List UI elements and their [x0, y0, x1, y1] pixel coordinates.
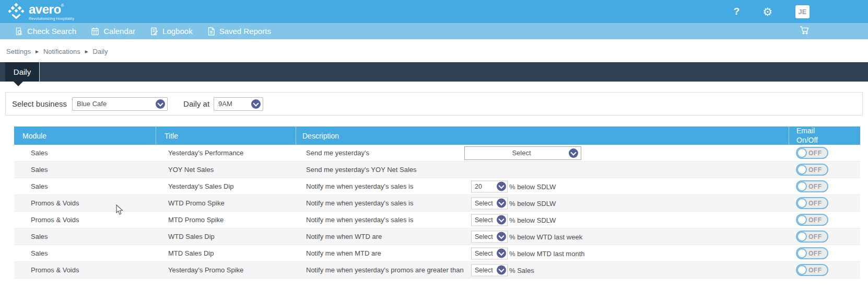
- description-text: Notify me when yesterday's sales is: [306, 199, 414, 207]
- logbook-icon: [150, 27, 158, 36]
- chevron-down-icon: [497, 199, 506, 208]
- chevron-down-icon: [156, 99, 165, 109]
- percent-select[interactable]: 20: [471, 180, 508, 192]
- description-cell: Notify me when yesterday's promos are gr…: [296, 262, 789, 278]
- percent-select-value: 20: [472, 183, 497, 190]
- nav-item-label: Calendar: [103, 27, 135, 36]
- toggle-knob: [797, 148, 807, 158]
- description-text: Send me yesterday's: [306, 149, 369, 157]
- module-cell: Promos & Voids: [14, 195, 156, 211]
- title-cell: WTD Sales Dip: [156, 228, 296, 245]
- column-header-title: Title: [156, 126, 296, 145]
- value-select[interactable]: Select: [464, 146, 581, 160]
- saved-reports-icon: [207, 27, 215, 36]
- tab-daily[interactable]: Daily: [5, 62, 40, 82]
- breadcrumb-item-settings[interactable]: Settings: [6, 48, 31, 55]
- title-cell: Yesterday's Promo Spike: [156, 262, 296, 278]
- breadcrumb-item-daily[interactable]: Daily: [93, 48, 108, 55]
- title-cell: MTD Sales Dip: [156, 245, 296, 261]
- description-suffix: % below SDLW: [509, 182, 556, 190]
- email-toggle[interactable]: OFF: [796, 214, 828, 226]
- chevron-down-icon: [497, 215, 506, 225]
- brand-tagline: Revolutionizing Hospitality: [29, 17, 74, 20]
- description-suffix: % below MTD last month: [509, 249, 585, 257]
- nav-item-label: Check Search: [27, 27, 76, 36]
- table-row: Sales YOY Net Sales Send me yesterday's …: [14, 162, 860, 178]
- email-cell: OFF: [789, 162, 860, 178]
- email-cell: OFF: [789, 262, 860, 278]
- percent-select[interactable]: Select: [471, 231, 508, 243]
- percent-select[interactable]: Select: [471, 197, 508, 209]
- email-toggle[interactable]: OFF: [796, 164, 828, 176]
- description-cell: Notify me when yesterday's sales is 20 %…: [296, 178, 789, 194]
- nav-item-label: Saved Reports: [219, 27, 271, 36]
- email-cell: OFF: [789, 245, 860, 261]
- email-cell: OFF: [789, 145, 860, 161]
- tab-bar: Daily: [0, 62, 868, 82]
- email-toggle[interactable]: OFF: [796, 264, 828, 276]
- title-cell: Yesterday's Sales Dip: [156, 178, 296, 194]
- daily-time-select-value: 9AM: [214, 100, 251, 108]
- calendar-icon: [91, 27, 99, 36]
- module-cell: Sales: [14, 228, 156, 245]
- toggle-knob: [797, 232, 807, 242]
- toggle-knob: [797, 198, 807, 208]
- table-row: Sales Yesterday's Sales Dip Notify me wh…: [14, 178, 860, 195]
- logo-text: avero ® Revolutionizing Hospitality: [29, 3, 74, 20]
- email-cell: OFF: [789, 228, 860, 245]
- toggle-knob: [797, 165, 807, 175]
- avero-logo[interactable]: avero ® Revolutionizing Hospitality: [7, 3, 74, 20]
- nav-item-logbook[interactable]: Logbook: [143, 23, 200, 39]
- breadcrumb: Settings ► Notifications ► Daily: [6, 48, 868, 55]
- toggle-knob: [797, 265, 807, 275]
- description-text: Notify me when yesterday's promos are gr…: [306, 266, 464, 274]
- nav-item-calendar[interactable]: Calendar: [84, 23, 143, 39]
- toggle-label: OFF: [808, 216, 822, 224]
- description-cell: Notify me when MTD are Select % below MT…: [296, 245, 789, 261]
- table-header: Module Title Description Email On/Off: [14, 126, 860, 145]
- active-tab-pointer: [14, 82, 23, 86]
- description-cell: Send me yesterday's Select: [296, 145, 789, 161]
- percent-select-value: Select: [472, 250, 497, 257]
- table-row: Promos & Voids WTD Promo Spike Notify me…: [14, 195, 860, 212]
- business-select[interactable]: Blue Cafe: [72, 97, 168, 111]
- nav-item-label: Logbook: [162, 27, 193, 36]
- nav-bar: Check Search Calendar Logbook: [0, 23, 868, 39]
- email-toggle[interactable]: OFF: [796, 197, 828, 209]
- chevron-down-icon: [497, 249, 506, 258]
- cart-button[interactable]: [792, 23, 817, 39]
- toggle-label: OFF: [808, 183, 822, 190]
- email-toggle[interactable]: OFF: [796, 247, 828, 259]
- module-cell: Sales: [14, 245, 156, 261]
- nav-item-saved-reports[interactable]: Saved Reports: [200, 23, 278, 39]
- email-toggle[interactable]: OFF: [796, 147, 828, 159]
- description-text: Notify me when MTD are: [306, 249, 381, 257]
- percent-select[interactable]: Select: [471, 264, 508, 276]
- gear-icon[interactable]: ⚙: [763, 6, 772, 17]
- nav-item-check-search[interactable]: Check Search: [7, 23, 84, 39]
- module-cell: Sales: [14, 178, 156, 194]
- description-text: Notify me when WTD are: [306, 233, 382, 240]
- email-toggle[interactable]: OFF: [796, 231, 828, 243]
- toggle-label: OFF: [808, 267, 822, 274]
- table-row: Promos & Voids MTD Promo Spike Notify me…: [14, 212, 860, 228]
- registered-mark: ®: [61, 4, 64, 8]
- percent-select[interactable]: Select: [471, 214, 508, 226]
- help-icon[interactable]: ?: [734, 6, 740, 17]
- toggle-knob: [797, 181, 807, 191]
- title-cell: WTD Promo Spike: [156, 195, 296, 211]
- chevron-down-icon: [569, 148, 578, 158]
- top-bar: avero ® Revolutionizing Hospitality ? ⚙ …: [0, 0, 868, 23]
- percent-select-value: Select: [472, 267, 497, 274]
- percent-select[interactable]: Select: [471, 247, 508, 259]
- email-toggle[interactable]: OFF: [796, 180, 828, 192]
- module-cell: Promos & Voids: [14, 212, 156, 228]
- table-row: Sales MTD Sales Dip Notify me when MTD a…: [14, 245, 860, 262]
- breadcrumb-separator-icon: ►: [84, 49, 89, 54]
- chevron-down-icon: [497, 182, 506, 191]
- toggle-label: OFF: [808, 166, 822, 174]
- user-avatar[interactable]: JE: [795, 5, 810, 18]
- daily-time-select[interactable]: 9AM: [214, 97, 263, 111]
- breadcrumb-item-notifications[interactable]: Notifications: [43, 48, 80, 55]
- chevron-down-icon: [497, 266, 506, 275]
